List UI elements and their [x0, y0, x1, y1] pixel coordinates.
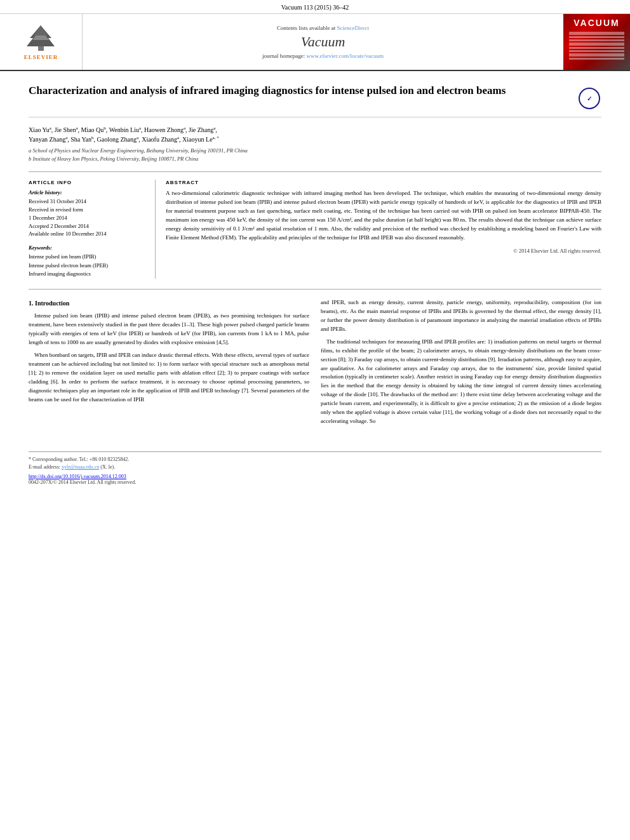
- doi-link[interactable]: http://dx.doi.org/10.1016/j.vacuum.2014.…: [29, 474, 126, 479]
- sep7: , Sha Yan: [67, 137, 91, 143]
- abstract-column: ABSTRACT A two-dimensional calorimetric …: [166, 180, 601, 279]
- sciencedirect-link[interactable]: ScienceDirect: [337, 25, 369, 31]
- section1-para1: Intense pulsed ion beam (IPIB) and inten…: [29, 312, 309, 347]
- body-left-col: 1. Introduction Intense pulsed ion beam …: [29, 298, 309, 430]
- available-online: Available online 10 December 2014: [29, 230, 147, 238]
- revised-date: 1 December 2014: [29, 214, 147, 222]
- sep10: , Xiaoyun Le: [179, 137, 213, 143]
- volume-info: Vacuum 113 (2015) 36–42: [281, 4, 349, 11]
- journal-name: Vacuum: [301, 34, 345, 50]
- sep1: , Jie Shen: [51, 126, 76, 133]
- cover-decoration: [569, 32, 624, 60]
- elsevier-tree-icon: [23, 24, 58, 53]
- keyword-2: Intense pulsed electron beam (IPEB): [29, 262, 147, 270]
- authors-line1: Xiao Yua, Jie Shena, Miao Qub, Wenbin Li…: [29, 125, 601, 135]
- elsevier-logo-section: ELSEVIER: [0, 14, 83, 70]
- article-history-title: Article history:: [29, 189, 147, 196]
- body-columns: 1. Introduction Intense pulsed ion beam …: [29, 298, 601, 430]
- journal-header-center: Contents lists available at ScienceDirec…: [83, 14, 563, 70]
- author-xiao-yu: Xiao Yu: [29, 126, 50, 133]
- sciencedirect-label: Contents lists available at ScienceDirec…: [277, 25, 369, 31]
- cover-line: [569, 39, 624, 41]
- footer: * Corresponding author. Tel.: +86 010 82…: [29, 451, 601, 494]
- svg-marker-3: [34, 25, 48, 36]
- sep8: , Gaolong Zhang: [94, 137, 137, 143]
- body-divider: [29, 289, 601, 290]
- section1-right-para2: The traditional techniques for measuring…: [321, 338, 601, 426]
- cover-title: VACUUM: [573, 18, 619, 28]
- cover-line: [569, 36, 624, 38]
- page: Vacuum 113 (2015) 36–42 ELSEVIER Content…: [0, 0, 630, 840]
- body-right-col: and IPEB, such as energy density, curren…: [321, 298, 601, 430]
- received-revised-label: Received in revised form: [29, 206, 147, 214]
- title-section: Characterization and analysis of infrare…: [29, 84, 601, 117]
- svg-rect-0: [38, 46, 44, 51]
- keyword-1: Intense pulsed ion beam (IPIB): [29, 253, 147, 262]
- crossmark-badge: ✓: [577, 86, 601, 110]
- section1-title: 1. Introduction: [29, 298, 309, 309]
- sep9: , Xiaofu Zhang: [138, 137, 177, 143]
- sep2: , Miao Qu: [78, 126, 104, 133]
- corresponding-author-note: * Corresponding author. Tel.: +86 010 82…: [29, 456, 601, 463]
- article-content: Characterization and analysis of infrare…: [0, 71, 630, 443]
- cover-line: [569, 43, 624, 46]
- section1-right-para1: and IPEB, such as energy density, curren…: [321, 298, 601, 334]
- journal-homepage-link[interactable]: www.elsevier.com/locate/vacuum: [307, 53, 384, 59]
- article-info-column: ARTICLE INFO Article history: Received 3…: [29, 180, 156, 279]
- sep6: ,: [215, 126, 217, 133]
- elsevier-text: ELSEVIER: [24, 54, 58, 60]
- keyword-3: Infrared imaging diagnostics: [29, 270, 147, 279]
- cover-line: [569, 58, 624, 60]
- affil-a: a School of Physics and Nuclear Energy E…: [29, 147, 601, 155]
- cover-line: [569, 47, 624, 49]
- cover-line: [569, 32, 624, 35]
- sup11: a, *: [213, 135, 219, 140]
- sep3: , Wenbin Liu: [106, 126, 139, 133]
- doi-line: http://dx.doi.org/10.1016/j.vacuum.2014.…: [29, 474, 601, 479]
- affil-b: b Institute of Heavy Ion Physics, Peking…: [29, 156, 601, 163]
- article-info-heading: ARTICLE INFO: [29, 180, 147, 185]
- abstract-text: A two-dimensional calorimetric diagnosti…: [166, 189, 601, 243]
- authors-section: Xiao Yua, Jie Shena, Miao Qub, Wenbin Li…: [29, 125, 601, 163]
- cover-line: [569, 53, 624, 57]
- author-yanyan: Yanyan Zhang: [29, 137, 65, 143]
- journal-header: ELSEVIER Contents lists available at Sci…: [0, 14, 630, 71]
- authors-line2: Yanyan Zhanga, Sha Yanb, Gaolong Zhanga,…: [29, 135, 601, 144]
- email-link[interactable]: xyle@nuaa.edu.cn: [62, 464, 99, 470]
- copyright: © 2014 Elsevier Ltd. All rights reserved…: [166, 248, 601, 254]
- elsevier-logo: ELSEVIER: [23, 24, 58, 60]
- section1-para2: When bombard on targets, IPIB and IPEB c…: [29, 351, 309, 404]
- accepted-date: Accepted 2 December 2014: [29, 222, 147, 230]
- cover-line: [569, 50, 624, 52]
- affiliations: a School of Physics and Nuclear Energy E…: [29, 147, 601, 163]
- keywords-section: Keywords: Intense pulsed ion beam (IPIB)…: [29, 244, 147, 279]
- issn-line: 0042-207X/© 2014 Elsevier Ltd. All right…: [29, 479, 601, 485]
- info-abstract-section: ARTICLE INFO Article history: Received 3…: [29, 171, 601, 279]
- abstract-heading: ABSTRACT: [166, 180, 601, 185]
- article-title: Characterization and analysis of infrare…: [29, 84, 577, 98]
- journal-top-bar: Vacuum 113 (2015) 36–42: [0, 0, 630, 14]
- email-note: E-mail address: xyle@nuaa.edu.cn (X. le)…: [29, 463, 601, 471]
- received-date: Received 31 October 2014: [29, 197, 147, 206]
- keywords-heading: Keywords:: [29, 244, 147, 251]
- sep5: , Jie Zhang: [185, 126, 213, 133]
- sep4: , Haowen Zhong: [141, 126, 184, 133]
- journal-homepage: journal homepage: www.elsevier.com/locat…: [262, 53, 384, 59]
- crossmark-icon: ✓: [579, 88, 600, 109]
- journal-cover-image: VACUUM: [563, 14, 630, 70]
